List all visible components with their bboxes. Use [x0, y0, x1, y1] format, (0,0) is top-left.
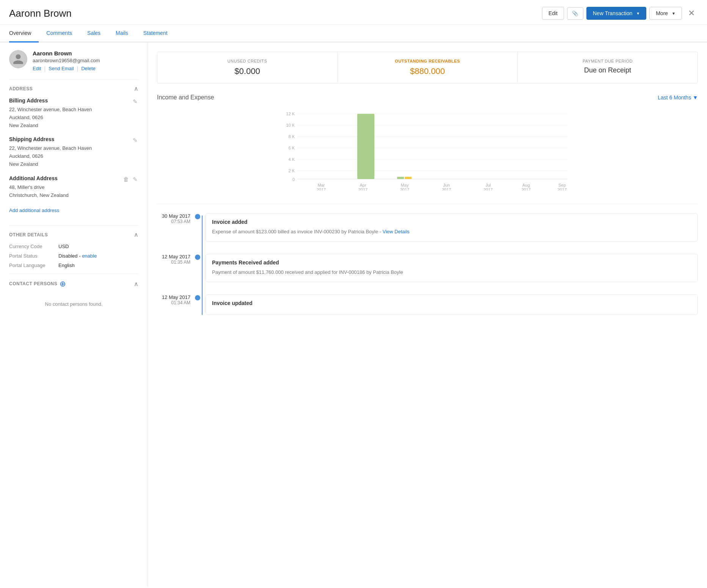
svg-text:12 K: 12 K [286, 112, 295, 116]
svg-text:2017: 2017 [442, 187, 451, 190]
tab-overview[interactable]: Overview [9, 25, 39, 42]
outstanding-receivables-stat: OUTSTANDING RECEIVABLES $880.000 [338, 52, 518, 83]
outstanding-receivables-label: OUTSTANDING RECEIVABLES [347, 59, 508, 63]
stats-row: UNUSED CREDITS $0.000 OUTSTANDING RECEIV… [157, 52, 698, 83]
view-details-link-1[interactable]: View Details [383, 229, 410, 234]
unused-credits-stat: UNUSED CREDITS $0.000 [157, 52, 338, 83]
svg-rect-14 [357, 114, 374, 179]
svg-text:2 K: 2 K [288, 168, 295, 173]
unused-credits-value: $0.000 [167, 66, 328, 76]
more-button[interactable]: More ▼ [649, 7, 682, 20]
profile-email: aaronbrown19658@gmail.com [33, 58, 100, 63]
timeline-item-2: 12 May 2017 01:35 AM Payments Received a… [157, 254, 698, 282]
add-additional-address-link[interactable]: Add additional address [9, 208, 59, 213]
tab-mails[interactable]: Mails [108, 25, 136, 42]
svg-text:2017: 2017 [522, 187, 531, 190]
content-area: UNUSED CREDITS $0.000 OUTSTANDING RECEIV… [148, 42, 707, 587]
timeline-date-2: 12 May 2017 01:35 AM [157, 254, 195, 265]
add-contact-icon[interactable]: ⊕ [60, 279, 66, 288]
profile-delete-link[interactable]: Delete [81, 66, 96, 72]
timeline-item-3: 12 May 2017 01:34 AM Invoice updated [157, 294, 698, 315]
address-section-title: ADDRESS [9, 86, 33, 91]
tab-sales[interactable]: Sales [80, 25, 108, 42]
timeline: 30 May 2017 07:53 AM Invoice added Expen… [157, 213, 698, 315]
billing-address-label: Billing Address [9, 97, 48, 104]
divider-2 [9, 225, 138, 226]
payment-due-period-value: Due on Receipt [527, 66, 688, 74]
payment-due-period-label: PAYMENT DUE PERIOD [527, 59, 688, 63]
other-details-section-header: OTHER DETAILS ∧ [9, 231, 138, 238]
shipping-edit-icon[interactable]: ✎ [132, 136, 138, 145]
svg-text:8 K: 8 K [288, 134, 295, 139]
chart-title: Income and Expense [157, 94, 214, 101]
main-layout: Aaronn Brown aaronbrown19658@gmail.com E… [0, 42, 707, 587]
tab-statement[interactable]: Statement [136, 25, 175, 42]
additional-delete-icon[interactable]: 🗑 [123, 175, 130, 184]
chevron-down-icon: ▼ [693, 94, 698, 101]
chevron-down-icon: ▼ [672, 11, 676, 16]
new-transaction-button[interactable]: New Transaction ▼ [586, 7, 646, 20]
shipping-address: Shipping Address ✎ 22, Winchester avenue… [9, 136, 138, 168]
payment-due-period-stat: PAYMENT DUE PERIOD Due on Receipt [518, 52, 698, 83]
contact-persons-section-header: CONTACT PERSONS ⊕ ∧ [9, 279, 138, 288]
portal-enable-link[interactable]: enable [82, 253, 97, 259]
chart-filter-button[interactable]: Last 6 Months ▼ [658, 94, 698, 101]
timeline-dot-3 [195, 295, 200, 300]
sidebar: Aaronn Brown aaronbrown19658@gmail.com E… [0, 42, 148, 587]
svg-text:2017: 2017 [358, 187, 368, 190]
svg-text:2017: 2017 [484, 187, 493, 190]
chart-section: Income and Expense Last 6 Months ▼ 12 K … [157, 94, 698, 192]
svg-text:Apr: Apr [360, 183, 366, 187]
timeline-date-1: 30 May 2017 07:53 AM [157, 213, 195, 224]
other-details-title: OTHER DETAILS [9, 232, 48, 237]
svg-text:0: 0 [292, 177, 295, 182]
additional-edit-icon[interactable]: ✎ [132, 175, 138, 184]
timeline-date-3: 12 May 2017 01:34 AM [157, 294, 195, 305]
profile-edit-link[interactable]: Edit [33, 66, 41, 72]
svg-text:Aug: Aug [522, 183, 530, 187]
attachment-button[interactable]: 📎 [567, 7, 583, 20]
tabs: Overview Comments Sales Mails Statement [0, 25, 707, 42]
contact-persons-title: CONTACT PERSONS [9, 281, 57, 286]
timeline-card-2: Payments Received added Payment of amoun… [206, 254, 698, 282]
profile-info: Aaronn Brown aaronbrown19658@gmail.com E… [33, 50, 100, 72]
svg-text:Jul: Jul [485, 183, 491, 187]
timeline-item: 30 May 2017 07:53 AM Invoice added Expen… [157, 213, 698, 242]
timeline-card-body-2: Payment of amount $11,760.000 received a… [212, 269, 691, 277]
close-button[interactable]: ✕ [685, 7, 698, 20]
additional-address-label: Additional Address [9, 175, 58, 181]
profile-send-email-link[interactable]: Send Email [49, 66, 74, 72]
address-collapse-icon[interactable]: ∧ [134, 85, 138, 92]
outstanding-receivables-value: $880.000 [347, 66, 508, 76]
timeline-card-body-1: Expense of amount $123.000 billed as inv… [212, 228, 691, 236]
billing-edit-icon[interactable]: ✎ [132, 97, 138, 106]
portal-language-value: English [58, 263, 75, 268]
currency-code-value: USD [58, 244, 69, 249]
svg-rect-15 [397, 177, 404, 179]
address-section-header: ADDRESS ∧ [9, 85, 138, 92]
no-contacts-message: No contact persons found. [9, 294, 138, 314]
timeline-dot-2 [195, 255, 200, 260]
profile-section: Aaronn Brown aaronbrown19658@gmail.com E… [9, 50, 138, 72]
page-title: Aaronn Brown [9, 8, 72, 19]
billing-address-text: 22, Winchester avenue, Beach Haven Auckl… [9, 106, 138, 129]
svg-text:Jun: Jun [443, 183, 450, 187]
billing-address: Billing Address ✎ 22, Winchester avenue,… [9, 97, 138, 129]
svg-text:2017: 2017 [317, 187, 326, 190]
shipping-address-text: 22, Winchester avenue, Beach Haven Auckl… [9, 145, 138, 168]
portal-language-row: Portal Language English [9, 263, 138, 268]
svg-text:10 K: 10 K [286, 123, 295, 127]
chart-container: 12 K 10 K 8 K 6 K 4 K 2 K 0 [157, 107, 698, 192]
svg-text:2017: 2017 [558, 187, 567, 190]
tab-comments[interactable]: Comments [39, 25, 80, 42]
contact-persons-collapse-icon[interactable]: ∧ [134, 280, 138, 288]
svg-text:4 K: 4 K [288, 157, 295, 162]
paperclip-icon: 📎 [572, 11, 578, 16]
edit-button[interactable]: Edit [542, 7, 564, 20]
timeline-card-3: Invoice updated [206, 294, 698, 315]
divider-3 [9, 274, 138, 274]
other-details-collapse-icon[interactable]: ∧ [134, 231, 138, 238]
svg-text:6 K: 6 K [288, 146, 295, 150]
profile-links: Edit | Send Email | Delete [33, 66, 100, 72]
svg-text:2017: 2017 [400, 187, 409, 190]
